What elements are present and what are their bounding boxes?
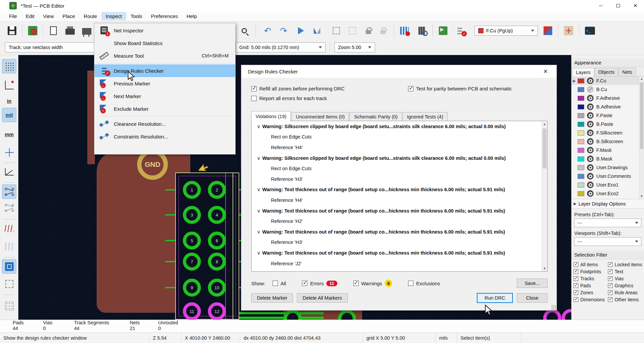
layer-row-fpaste[interactable]: F.Paste [572,111,644,120]
delete-marker-button[interactable]: Delete Marker [251,293,293,303]
report-all-errors-checkbox[interactable] [251,96,257,101]
violation-detail[interactable]: Reference 'H4' [252,195,541,206]
visibility-eye-icon[interactable] [587,173,594,180]
presets-dropdown[interactable]: --- [574,219,641,227]
layer-color-swatch[interactable] [578,156,584,161]
layer-color-swatch[interactable] [578,113,584,118]
drc-toolbar-button[interactable] [453,24,466,37]
ratsnest-toggle-button[interactable] [2,185,16,199]
print-button[interactable] [63,24,77,37]
scroll-down-icon[interactable]: ▼ [639,194,644,199]
violation-detail[interactable]: Reference 'J2' [252,258,541,269]
menu-view[interactable]: View [39,12,58,20]
grid-dropdown[interactable]: Grid: 5.00 mils (0.1270 mm) [236,42,326,52]
violation-item[interactable]: ∨Warning: Text thickness out of range (b… [252,206,541,216]
filter-dimensions[interactable]: Dimensions [574,297,608,302]
save-report-button[interactable]: Save... [517,279,548,288]
expand-icon[interactable]: ∨ [255,208,262,214]
net-color-mode-button[interactable] [2,239,16,254]
layer-color-swatch[interactable] [578,78,584,83]
layer-row-usercomments[interactable]: User.Comments [572,172,644,181]
layer-color-swatch[interactable] [578,96,584,101]
visibility-eye-icon[interactable] [587,121,594,127]
layer-color-swatch[interactable] [578,87,584,92]
expand-icon[interactable]: ∨ [255,155,262,161]
scroll-up-icon[interactable]: ▲ [639,76,644,81]
scroll-up-icon[interactable]: ▲ [542,121,547,127]
report-all-errors-option[interactable]: Report all errors for each track [251,95,327,101]
restore-button[interactable] [609,0,627,11]
undo-button[interactable]: ↶ [261,24,274,37]
layer-row-fsilkscreen[interactable]: F.Silkscreen [572,128,644,137]
layer-color-swatch[interactable] [578,148,584,153]
active-layer-dropdown[interactable]: F.Cu (PgUp) [474,26,538,36]
crosshair-cursor-button[interactable] [2,145,16,159]
layer-presentation-button[interactable] [541,24,555,37]
visibility-eye-icon[interactable] [587,77,594,84]
tab-ignored-tests[interactable]: Ignored Tests (4) [403,112,448,121]
update-footprints-button[interactable] [398,24,411,37]
layer-color-swatch[interactable] [578,104,584,109]
polar-coords-button[interactable] [2,78,16,92]
high-contrast-button[interactable] [2,259,16,274]
menu-item-next-marker[interactable]: → Next Marker [94,90,235,102]
search-library-button[interactable] [415,24,428,37]
board-setup-button[interactable] [26,24,39,37]
layer-row-clipped[interactable] [572,198,644,199]
tab-unconnected-items[interactable]: Unconnected Items (0) [291,112,349,121]
layer-color-swatch[interactable] [578,191,584,196]
layer-color-swatch[interactable] [578,139,584,144]
filter-footprints[interactable]: Footprints [574,269,608,274]
show-all-checkbox[interactable] [273,281,278,286]
violation-detail[interactable]: Reference 'H3' [252,237,541,248]
lock-button[interactable] [362,24,375,37]
menu-edit[interactable]: Edit [21,12,39,20]
violation-item[interactable]: ∨Warning: Silkscreen clipped by board ed… [252,153,541,163]
layer-row-fadhesive[interactable]: F.Adhesive [572,94,644,102]
visibility-eye-icon[interactable] [587,138,594,145]
highlight-nets-button[interactable] [2,221,16,236]
tab-layers[interactable]: Layers [572,68,594,76]
menu-item-measure-tool[interactable]: Measure Tool Ctrl+Shift+M [94,49,235,62]
violation-detail[interactable]: Rect on Edge.Cuts [252,132,541,142]
menu-place[interactable]: Place [58,12,79,20]
units-mils-button[interactable]: mil [2,108,16,122]
visibility-eye-icon[interactable] [587,155,594,162]
show-exclusions-checkbox[interactable] [408,281,413,286]
ungroup-button[interactable] [346,24,359,37]
grid-toggle-button[interactable] [2,59,16,73]
menu-file[interactable]: File [5,12,21,20]
visibility-eye-icon[interactable] [587,112,594,119]
tab-schematic-parity[interactable]: Schematic Parity (0) [350,112,402,121]
layer-row-bpaste[interactable]: B.Paste [572,120,644,128]
menu-item-constraints-resolution[interactable]: Constraints Resolution... [94,130,235,143]
page-settings-button[interactable] [47,24,60,37]
layer-row-bsilkscreen[interactable]: B.Silkscreen [572,137,644,146]
minimize-button[interactable] [592,0,609,11]
menu-item-net-inspector[interactable]: Net Inspector [94,24,235,37]
layer-color-swatch[interactable] [578,130,584,135]
layers-scrollbar[interactable]: ▲ ▼ [639,76,644,199]
scrollbar-thumb[interactable] [543,128,547,168]
layer-color-swatch[interactable] [578,174,584,179]
menu-route[interactable]: Route [79,12,101,20]
drawing-sheet-button[interactable] [2,277,16,291]
drc-dialog-titlebar[interactable]: Design Rules Checker ✕ [241,65,557,78]
menu-inspect[interactable]: Inspect [101,12,126,20]
filter-text[interactable]: Text [608,269,643,274]
layer-row-badhesive[interactable]: B.Adhesive [572,102,644,111]
filter-tracks[interactable]: Tracks [574,276,608,281]
test-parity-option[interactable]: Test for parity between PCB and schemati… [408,86,512,91]
expand-icon[interactable]: ∨ [255,187,262,192]
close-drc-button[interactable]: Close [517,293,548,303]
violation-item[interactable]: ∨Warning: Text thickness out of range (b… [252,227,541,237]
units-inches-button[interactable]: in [2,94,16,108]
close-button[interactable]: ✕ [627,0,644,11]
unlock-button[interactable] [376,24,390,37]
expand-icon[interactable]: ∨ [255,250,262,256]
tab-objects[interactable]: Objects [595,68,618,76]
visibility-eye-icon[interactable] [587,129,594,136]
menu-item-clearance-resolution[interactable]: Clearance Resolution... [94,117,235,130]
router-settings-button[interactable] [562,24,575,37]
visibility-eye-icon[interactable] [587,147,594,153]
